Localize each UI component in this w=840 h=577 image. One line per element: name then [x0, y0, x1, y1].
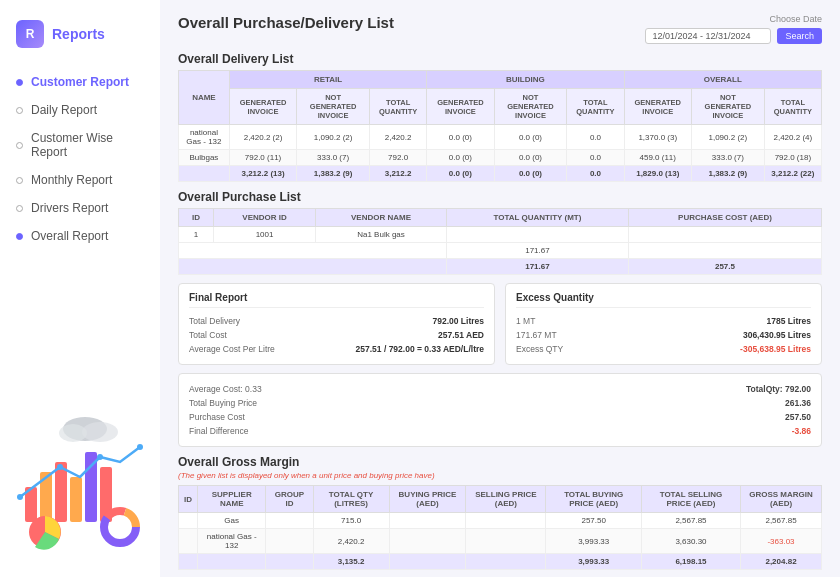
date-picker-row: Search — [645, 28, 822, 44]
nav-dot — [16, 177, 23, 184]
delivery-total-row: 3,212.2 (13) 1,383.2 (9) 3,212.2 0.0 (0)… — [179, 166, 822, 182]
col-overall-notgen: NOT GENERATED INVOICE — [691, 89, 764, 125]
col-building-total: TOTAL QUANTITY — [567, 89, 624, 125]
col-total-qty: TOTAL QUANTITY (MT) — [446, 209, 628, 227]
col-vendor-name: VENDOR NAME — [316, 209, 447, 227]
final-report-row: Total Delivery 792.00 Litres — [189, 314, 484, 328]
sidebar-logo-text: Reports — [52, 26, 105, 42]
cost-row: Final Difference -3.86 — [189, 424, 811, 438]
sidebar-item-daily-report[interactable]: Daily Report — [0, 96, 160, 124]
svg-point-6 — [17, 494, 23, 500]
nav-dot — [16, 79, 23, 86]
cost-row: Purchase Cost 257.50 — [189, 410, 811, 424]
sidebar-item-label: Overall Report — [31, 229, 108, 243]
sidebar-item-customer-wise-report[interactable]: Customer Wise Report — [0, 124, 160, 166]
col-id: ID — [179, 209, 214, 227]
sidebar-item-label: Daily Report — [31, 103, 97, 117]
col-building: BUILDING — [427, 71, 624, 89]
purchase-subtotal-row: 171.67 — [179, 243, 822, 259]
sidebar-item-drivers-report[interactable]: Drivers Report — [0, 194, 160, 222]
col-retail: RETAIL — [229, 71, 426, 89]
gross-col-supplier: SUPPLIER NAME — [198, 486, 266, 513]
delivery-section-title: Overall Delivery List — [178, 52, 822, 66]
table-row: Bulbgas 792.0 (11) 333.0 (7) 792.0 0.0 (… — [179, 150, 822, 166]
final-report-row: Average Cost Per Litre 257.51 / 792.00 =… — [189, 342, 484, 356]
nav-dot — [16, 233, 23, 240]
col-retail-total: TOTAL QUANTITY — [370, 89, 427, 125]
illustration-svg — [10, 407, 155, 552]
gross-col-group: GROUP ID — [266, 486, 313, 513]
row-name: national Gas - 132 — [179, 125, 230, 150]
svg-rect-3 — [70, 477, 82, 522]
sidebar-item-overall-report[interactable]: Overall Report — [0, 222, 160, 250]
col-retail-gen: GENERATED INVOICE — [229, 89, 296, 125]
svg-point-16 — [59, 424, 87, 442]
sidebar-logo: R Reports — [0, 20, 160, 68]
logo-icon: R — [16, 20, 44, 48]
row-name: Bulbgas — [179, 150, 230, 166]
purchase-total-row: 171.67 257.5 — [179, 259, 822, 275]
final-report-row: Total Cost 257.51 AED — [189, 328, 484, 342]
gross-margin-table: ID SUPPLIER NAME GROUP ID TOTAL QTY (LIT… — [178, 485, 822, 570]
excess-qty-row: 171.67 MT 306,430.95 Litres — [516, 328, 811, 342]
date-range-input[interactable] — [645, 28, 771, 44]
col-building-gen: GENERATED INVOICE — [427, 89, 494, 125]
svg-point-8 — [97, 454, 103, 460]
gross-col-total-buying: TOTAL BUYING PRICE (AED) — [546, 486, 642, 513]
sidebar-item-label: Customer Report — [31, 75, 129, 89]
sidebar-item-label: Drivers Report — [31, 201, 108, 215]
nav-dot — [16, 107, 23, 114]
svg-point-7 — [57, 464, 63, 470]
table-row: national Gas - 132 2,420.2 3,993.33 3,63… — [179, 529, 822, 554]
page-header: Overall Purchase/Delivery List Choose Da… — [178, 14, 822, 44]
final-report-title: Final Report — [189, 292, 484, 308]
summary-row: Final Report Total Delivery 792.00 Litre… — [178, 283, 822, 365]
gross-margin-title: Overall Gross Margin — [178, 455, 822, 469]
cost-row: Average Cost: 0.33 TotalQty: 792.00 — [189, 382, 811, 396]
sidebar-item-customer-report[interactable]: Customer Report — [0, 68, 160, 96]
col-purchase-cost: PURCHASE COST (AED) — [628, 209, 821, 227]
gross-col-buying: BUYING PRICE (AED) — [389, 486, 466, 513]
sidebar-nav: Customer Report Daily Report Customer Wi… — [0, 68, 160, 250]
gross-col-qty: TOTAL QTY (LITRES) — [313, 486, 389, 513]
cost-row: Total Buying Price 261.36 — [189, 396, 811, 410]
sidebar: R Reports Customer Report Daily Report C… — [0, 0, 160, 577]
svg-rect-2 — [55, 462, 67, 522]
cost-summary-box: Average Cost: 0.33 TotalQty: 792.00 Tota… — [178, 373, 822, 447]
search-button[interactable]: Search — [777, 28, 822, 44]
excess-qty-row: Excess QTY -305,638.95 Litres — [516, 342, 811, 356]
table-row: Gas 715.0 257.50 2,567.85 2,567.85 — [179, 513, 822, 529]
sidebar-illustration — [0, 397, 160, 557]
table-row: 1 1001 Na1 Bulk gas — [179, 227, 822, 243]
page-title: Overall Purchase/Delivery List — [178, 14, 394, 31]
choose-date-label: Choose Date — [769, 14, 822, 24]
purchase-table: ID VENDOR ID VENDOR NAME TOTAL QUANTITY … — [178, 208, 822, 275]
gross-col-selling: SELLING PRICE (AED) — [466, 486, 546, 513]
sidebar-item-monthly-report[interactable]: Monthly Report — [0, 166, 160, 194]
gross-total-row: 3,135.2 3,993.33 6,198.15 2,204.82 — [179, 554, 822, 570]
gross-col-gross-margin: GROSS MARGIN (AED) — [741, 486, 822, 513]
nav-dot — [16, 205, 23, 212]
excess-quantity-box: Excess Quantity 1 MT 1785 Litres 171.67 … — [505, 283, 822, 365]
gross-margin-subtitle: (The given list is displayed only when a… — [178, 471, 822, 480]
sidebar-item-label: Monthly Report — [31, 173, 112, 187]
date-picker-area: Choose Date Search — [645, 14, 822, 44]
excess-qty-row: 1 MT 1785 Litres — [516, 314, 811, 328]
col-building-notgen: NOT GENERATED INVOICE — [494, 89, 567, 125]
col-overall-total: TOTAL QUANTITY — [764, 89, 821, 125]
purchase-section-title: Overall Purchase List — [178, 190, 822, 204]
gross-col-id: ID — [179, 486, 198, 513]
table-row: national Gas - 132 2,420.2 (2) 1,090.2 (… — [179, 125, 822, 150]
excess-quantity-title: Excess Quantity — [516, 292, 811, 308]
col-vendor-id: VENDOR ID — [213, 209, 315, 227]
col-retail-notgen: NOT GENERATED INVOICE — [297, 89, 370, 125]
col-overall: OVERALL — [624, 71, 821, 89]
nav-dot — [16, 142, 23, 149]
gross-col-total-selling: TOTAL SELLING PRICE (AED) — [641, 486, 740, 513]
final-report-box: Final Report Total Delivery 792.00 Litre… — [178, 283, 495, 365]
main-content: Overall Purchase/Delivery List Choose Da… — [160, 0, 840, 577]
col-name: NAME — [179, 71, 230, 125]
col-overall-gen: GENERATED INVOICE — [624, 89, 691, 125]
delivery-table: NAME RETAIL BUILDING OVERALL GENERATED I… — [178, 70, 822, 182]
sidebar-item-label: Customer Wise Report — [31, 131, 144, 159]
